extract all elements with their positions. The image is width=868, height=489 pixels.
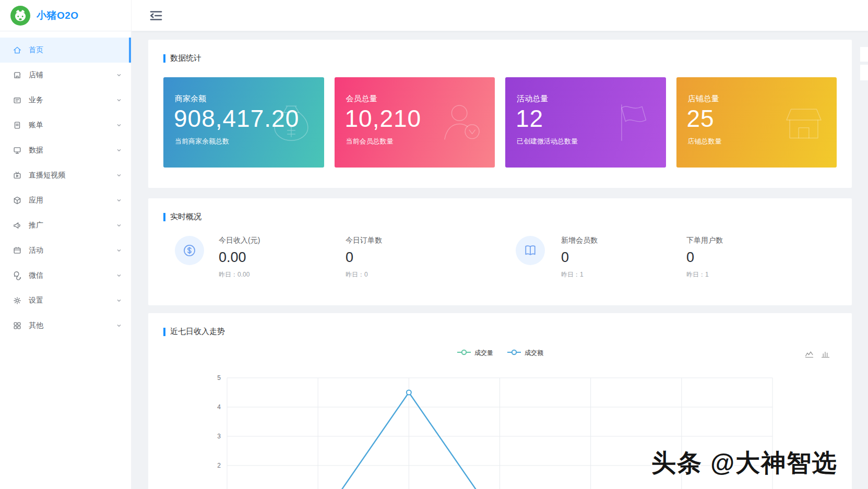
legend-label: 成交量	[474, 349, 493, 357]
sidebar-item-data[interactable]: 数据	[0, 138, 131, 163]
chevron-down-icon	[115, 297, 123, 304]
sidebar-item-label: 微信	[29, 271, 43, 280]
sidebar-item-activity[interactable]: 活动	[0, 238, 131, 263]
section-header-statistics: 数据统计	[163, 53, 201, 63]
business-icon	[13, 96, 22, 105]
pig-logo-icon	[10, 6, 30, 26]
stat-cards-row: 商家余额908,417.20当前商家余额总数会员总量10,210当前会员总数量活…	[163, 77, 837, 168]
chevron-down-icon	[115, 222, 123, 229]
bill-icon	[13, 121, 22, 130]
sidebar-item-label: 店铺	[29, 70, 43, 80]
chevron-down-icon	[115, 272, 123, 279]
data-icon	[13, 146, 22, 155]
app-title: 小猪O2O	[37, 9, 79, 22]
dollar-coin-icon	[175, 236, 204, 265]
stat-card-1: 商家余额908,417.20当前商家余额总数	[163, 77, 324, 168]
collapse-menu-icon[interactable]	[148, 8, 164, 23]
legend-item-2[interactable]: 成交额	[507, 349, 543, 357]
metric-yesterday: 昨日：1	[686, 270, 723, 279]
metric-1: 今日收入(元)0.00昨日：0.00	[219, 236, 260, 279]
bar-chart-tool-icon[interactable]	[821, 350, 830, 359]
sidebar-item-business[interactable]: 业务	[0, 88, 131, 113]
legend-line-marker-icon	[507, 349, 521, 357]
store-icon	[778, 97, 829, 148]
sidebar-item-shop[interactable]: 店铺	[0, 63, 131, 88]
sidebar-menu: 首页店铺业务账单数据直播短视频应用推广活动微信设置其他	[0, 31, 131, 338]
metric-label: 今日收入(元)	[219, 236, 260, 245]
sidebar-item-label: 业务	[29, 96, 43, 105]
metric-label: 下单用户数	[686, 236, 723, 245]
sidebar-item-label: 账单	[29, 121, 43, 130]
sidebar-item-label: 其他	[29, 321, 43, 330]
chevron-down-icon	[115, 247, 123, 254]
chevron-down-icon	[115, 71, 123, 79]
chevron-down-icon	[115, 147, 123, 154]
member-icon	[436, 97, 487, 148]
metric-yesterday: 昨日：0.00	[219, 270, 260, 279]
svg-text:4: 4	[217, 403, 221, 411]
sidebar-item-label: 设置	[29, 296, 43, 305]
metric-2: 今日订单数0昨日：0	[346, 236, 382, 279]
metric-yesterday: 昨日：0	[346, 270, 382, 279]
stat-card-desc: 已创建微活动总数量	[517, 137, 578, 146]
stat-card-desc: 当前会员总数量	[346, 137, 394, 146]
sidebar-item-settings[interactable]: 设置	[0, 288, 131, 313]
topbar	[132, 0, 868, 31]
section-accent-bar	[163, 328, 165, 336]
sidebar-item-home[interactable]: 首页	[0, 38, 131, 63]
sidebar-item-label: 首页	[29, 45, 43, 55]
money-bag-icon	[266, 97, 317, 148]
sidebar-item-label: 应用	[29, 196, 43, 205]
other-icon	[13, 321, 22, 330]
stat-card-label: 商家余额	[175, 94, 206, 104]
metric-value: 0	[686, 249, 723, 266]
sidebar-item-label: 直播短视频	[29, 171, 65, 180]
stat-card-2: 会员总量10,210当前会员总数量	[335, 77, 495, 168]
section-header-realtime: 实时概况	[163, 212, 201, 222]
metric-3: 新增会员数0昨日：1	[561, 236, 598, 279]
section-accent-bar	[163, 213, 165, 221]
metric-label: 新增会员数	[561, 236, 598, 245]
shop-icon	[13, 70, 22, 80]
sidebar-item-other[interactable]: 其他	[0, 313, 131, 338]
line-chart-tool-icon[interactable]	[805, 350, 814, 359]
stat-card-3: 活动总量12已创建微活动总数量	[505, 77, 666, 168]
panel-data-statistics: 数据统计 商家余额908,417.20当前商家余额总数会员总量10,210当前会…	[148, 40, 852, 188]
activity-icon	[13, 246, 22, 255]
sidebar-item-promotion[interactable]: 推广	[0, 213, 131, 238]
sidebar-item-app[interactable]: 应用	[0, 188, 131, 213]
watermark: 头条 @大神智选	[651, 447, 838, 480]
metric-value: 0.00	[219, 249, 260, 266]
section-title: 实时概况	[170, 212, 201, 222]
promotion-icon	[13, 221, 22, 230]
stat-card-4: 店铺总量25店铺总数量	[676, 77, 837, 168]
legend-item-1[interactable]: 成交量	[457, 349, 493, 357]
chart-legend: 成交量成交额	[457, 349, 543, 357]
svg-text:5: 5	[217, 374, 221, 381]
chevron-down-icon	[115, 197, 123, 204]
metric-value: 0	[346, 249, 382, 266]
stat-card-value: 10,210	[345, 104, 422, 133]
wechat-icon	[13, 271, 22, 280]
sidebar-item-bill[interactable]: 账单	[0, 113, 131, 138]
legend-label: 成交额	[525, 349, 543, 357]
overflow-panel-fragment	[860, 47, 868, 62]
home-icon	[13, 45, 22, 55]
metric-value: 0	[561, 249, 598, 266]
sidebar-item-label: 活动	[29, 246, 43, 255]
live-video-icon	[13, 171, 22, 180]
logo-row[interactable]: 小猪O2O	[0, 0, 131, 31]
app-icon	[13, 196, 22, 205]
stat-card-value: 25	[687, 104, 715, 133]
sidebar-item-live-video[interactable]: 直播短视频	[0, 163, 131, 188]
stat-card-label: 会员总量	[346, 94, 377, 104]
page-root: 小猪O2O 首页店铺业务账单数据直播短视频应用推广活动微信设置其他 数据统计 商…	[0, 0, 868, 489]
metric-label: 今日订单数	[346, 236, 382, 245]
metric-4: 下单用户数0昨日：1	[686, 236, 723, 279]
stat-card-label: 店铺总量	[688, 94, 719, 104]
chart-toolbox	[805, 350, 830, 359]
sidebar-item-wechat[interactable]: 微信	[0, 263, 131, 288]
section-title: 数据统计	[170, 53, 201, 63]
flag-icon	[608, 97, 659, 148]
sidebar-item-label: 数据	[29, 146, 43, 155]
